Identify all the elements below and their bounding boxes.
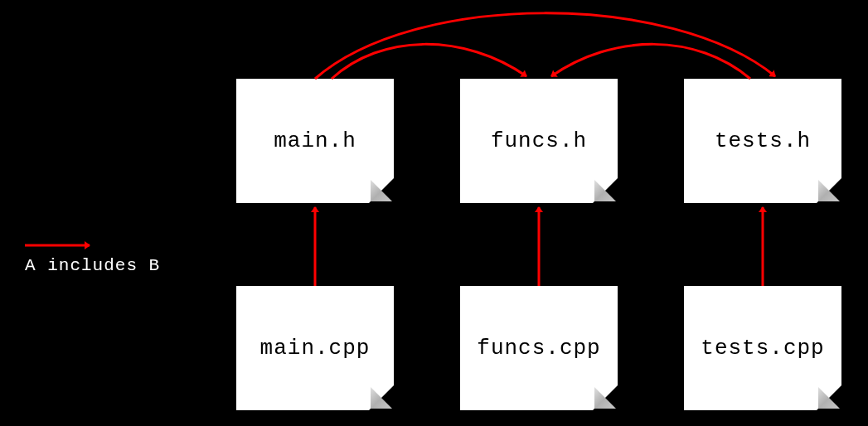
file-label: tests.cpp [701,336,824,361]
dog-ear-icon [593,385,618,410]
file-tests-cpp: tests.cpp [684,286,841,410]
file-label: funcs.cpp [477,336,600,361]
dog-ear-icon [369,178,394,203]
file-funcs-cpp: funcs.cpp [460,286,618,410]
file-main-h: main.h [236,79,394,203]
file-label: funcs.h [491,128,587,153]
arrow-main-h-to-funcs-h [332,44,526,79]
arrow-tests-h-to-funcs-h [551,44,750,79]
dog-ear-icon [817,178,841,203]
file-label: main.cpp [260,336,371,361]
file-tests-h: tests.h [684,79,841,203]
file-label: main.h [274,128,356,153]
dog-ear-icon [369,385,394,410]
dog-ear-icon [817,385,841,410]
arrow-main-h-to-tests-h [315,13,775,79]
dog-ear-icon [593,178,618,203]
file-label: tests.h [715,128,811,153]
file-funcs-h: funcs.h [460,79,618,203]
file-main-cpp: main.cpp [236,286,394,410]
legend-text: A includes B [25,255,160,276]
